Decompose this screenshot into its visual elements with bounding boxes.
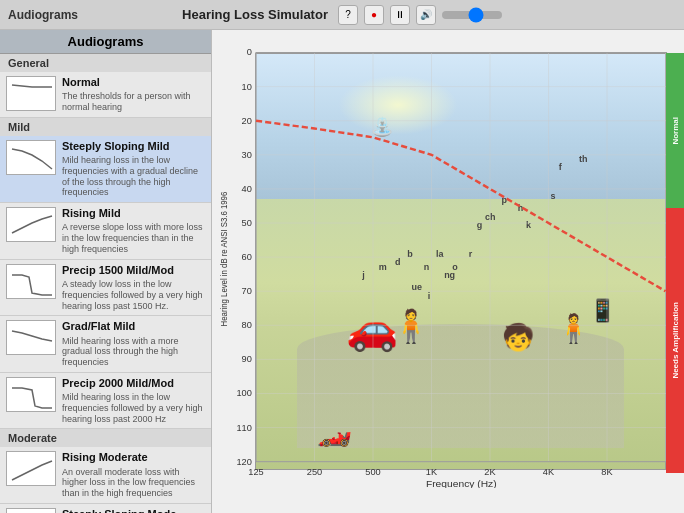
svg-text:50: 50	[242, 218, 252, 228]
sidebar-item-rising-mild[interactable]: Rising Mild A reverse slope loss with mo…	[0, 203, 211, 260]
svg-text:120: 120	[236, 457, 251, 467]
svg-rect-0	[7, 77, 56, 111]
svg-text:20: 20	[242, 116, 252, 126]
svg-text:4K: 4K	[543, 468, 554, 478]
steeply-sloping-mild-text: Steeply Sloping Mild Mild hearing loss i…	[62, 140, 205, 198]
rising-moderate-text: Rising Moderate An overall moderate loss…	[62, 451, 205, 499]
steeply-sloping-mild-desc: Mild hearing loss in the low frequencies…	[62, 155, 205, 198]
sidebar-item-normal[interactable]: Normal The thresholds for a person with …	[0, 72, 211, 118]
svg-text:125: 125	[248, 468, 263, 478]
needs-amplification-label-bar: Needs Amplification	[666, 208, 684, 473]
svg-text:1K: 1K	[426, 468, 437, 478]
grad-flat-mild-text: Grad/Flat Mild Mild hearing loss with a …	[62, 320, 205, 368]
svg-text:70: 70	[242, 286, 252, 296]
svg-text:Frequency (Hz): Frequency (Hz)	[426, 478, 497, 488]
svg-text:100: 100	[236, 389, 251, 399]
sidebar-item-steeply-sloping-mode[interactable]: Steeply Sloping Mode... A much higher lo…	[0, 504, 211, 513]
svg-text:250: 250	[307, 468, 322, 478]
svg-text:40: 40	[242, 184, 252, 194]
svg-rect-1	[7, 141, 56, 175]
svg-text:Hearing Level in dB re ANSI S3: Hearing Level in dB re ANSI S3.6 1996	[220, 191, 229, 326]
svg-text:110: 110	[236, 423, 251, 433]
svg-text:30: 30	[242, 150, 252, 160]
grad-flat-mild-desc: Mild hearing loss with a more gradual lo…	[62, 336, 205, 368]
precip-1500-text: Precip 1500 Mild/Mod A steady low loss i…	[62, 264, 205, 312]
steeply-sloping-mild-thumb	[6, 140, 56, 175]
record-button[interactable]: ●	[364, 5, 384, 25]
chart-svg: 0 10 20 30 40 50 60 70 80 90 100 110 120…	[217, 35, 684, 488]
needs-amplification-label-text: Needs Amplification	[671, 302, 680, 379]
svg-text:10: 10	[242, 82, 252, 92]
precip-2000-desc: Mild hearing loss in the low frequencies…	[62, 392, 205, 424]
grad-flat-mild-thumb	[6, 320, 56, 355]
rising-mild-desc: A reverse slope loss with more loss in t…	[62, 222, 205, 254]
steeply-sloping-mild-name: Steeply Sloping Mild	[62, 140, 205, 153]
rising-moderate-name: Rising Moderate	[62, 451, 205, 464]
svg-rect-3	[7, 265, 56, 299]
sidebar-item-grad-flat-mild[interactable]: Grad/Flat Mild Mild hearing loss with a …	[0, 316, 211, 373]
normal-thumb	[6, 76, 56, 111]
svg-text:80: 80	[242, 320, 252, 330]
normal-desc: The thresholds for a person with normal …	[62, 91, 205, 113]
svg-rect-6	[7, 452, 56, 486]
rising-moderate-thumb	[6, 451, 56, 486]
steeply-sloping-mode-text: Steeply Sloping Mode... A much higher lo…	[62, 508, 205, 513]
svg-rect-4	[7, 321, 56, 355]
svg-text:60: 60	[242, 252, 252, 262]
right-labels: Normal Needs Amplification	[666, 53, 684, 473]
svg-text:90: 90	[242, 355, 252, 365]
pause-button[interactable]: ⏸	[390, 5, 410, 25]
svg-text:2K: 2K	[484, 468, 495, 478]
precip-1500-thumb	[6, 264, 56, 299]
svg-rect-5	[7, 378, 56, 412]
rising-mild-text: Rising Mild A reverse slope loss with mo…	[62, 207, 205, 255]
precip-2000-name: Precip 2000 Mild/Mod	[62, 377, 205, 390]
svg-text:500: 500	[365, 468, 380, 478]
sidebar-item-rising-moderate[interactable]: Rising Moderate An overall moderate loss…	[0, 447, 211, 504]
grad-flat-mild-name: Grad/Flat Mild	[62, 320, 205, 333]
main-content: Audiograms General Normal The thresholds…	[0, 30, 684, 513]
section-general: General	[0, 54, 211, 72]
sidebar-item-precip-1500[interactable]: Precip 1500 Mild/Mod A steady low loss i…	[0, 260, 211, 317]
rising-moderate-desc: An overall moderate loss with higher los…	[62, 467, 205, 499]
chart-area: ⛲ 🚗 🏎️ 📱 🧍 🧒 🧍 j m d b n ue	[212, 30, 684, 513]
precip-2000-thumb	[6, 377, 56, 412]
normal-text: Normal The thresholds for a person with …	[62, 76, 205, 113]
normal-name: Normal	[62, 76, 205, 89]
steeply-sloping-mode-thumb	[6, 508, 56, 513]
svg-rect-2	[7, 208, 56, 242]
simulator-title: Hearing Loss Simulator	[182, 7, 328, 22]
help-button[interactable]: ?	[338, 5, 358, 25]
precip-1500-name: Precip 1500 Mild/Mod	[62, 264, 205, 277]
steeply-sloping-mode-name: Steeply Sloping Mode...	[62, 508, 205, 513]
precip-1500-desc: A steady low loss in the low frequencies…	[62, 279, 205, 311]
normal-label-bar: Normal	[666, 53, 684, 208]
normal-label-text: Normal	[671, 117, 680, 145]
audiograms-title: Audiograms	[8, 8, 78, 22]
svg-text:0: 0	[247, 48, 252, 58]
precip-2000-text: Precip 2000 Mild/Mod Mild hearing loss i…	[62, 377, 205, 425]
rising-mild-thumb	[6, 207, 56, 242]
sidebar-header: Audiograms	[0, 30, 211, 54]
svg-text:8K: 8K	[601, 468, 612, 478]
volume-slider[interactable]	[442, 11, 502, 19]
top-bar: Audiograms Hearing Loss Simulator ? ● ⏸ …	[0, 0, 684, 30]
section-moderate: Moderate	[0, 429, 211, 447]
volume-icon: 🔊	[416, 5, 436, 25]
svg-rect-7	[7, 509, 56, 513]
top-bar-controls: ? ● ⏸ 🔊	[338, 5, 502, 25]
sidebar-item-steeply-sloping-mild[interactable]: Steeply Sloping Mild Mild hearing loss i…	[0, 136, 211, 203]
section-mild: Mild	[0, 118, 211, 136]
sidebar-item-precip-2000[interactable]: Precip 2000 Mild/Mod Mild hearing loss i…	[0, 373, 211, 430]
rising-mild-name: Rising Mild	[62, 207, 205, 220]
sidebar: Audiograms General Normal The thresholds…	[0, 30, 212, 513]
